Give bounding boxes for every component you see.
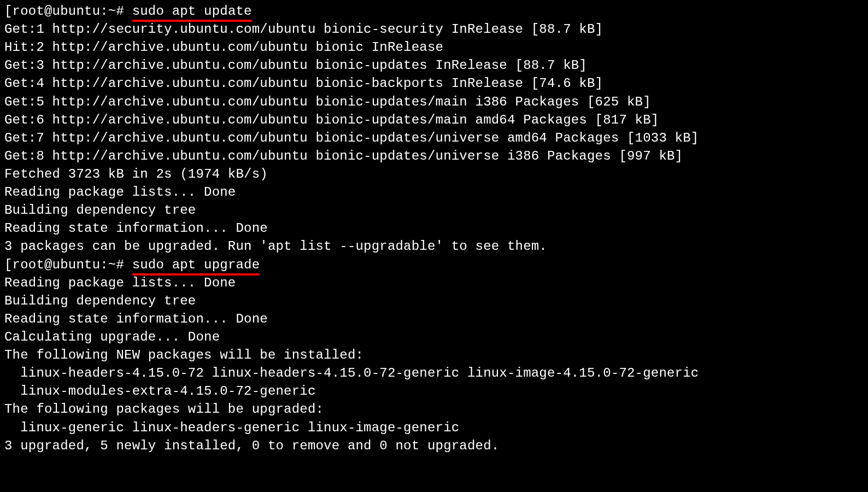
terminal-output-line: The following NEW packages will be insta… <box>4 346 864 364</box>
terminal-output-line: Get:3 http://archive.ubuntu.com/ubuntu b… <box>4 56 864 74</box>
prompt-text-2: root@ubuntu:~# <box>13 257 132 272</box>
terminal-output-line: linux-modules-extra-4.15.0-72-generic <box>4 382 864 400</box>
terminal-output-line: Building dependency tree <box>4 292 864 310</box>
terminal-output-line: Reading package lists... Done <box>4 183 864 201</box>
terminal-output-line: 3 upgraded, 5 newly installed, 0 to remo… <box>4 437 864 455</box>
terminal-output-line: Get:1 http://security.ubuntu.com/ubuntu … <box>4 20 864 38</box>
terminal-output-line: Fetched 3723 kB in 2s (1974 kB/s) <box>4 165 864 183</box>
terminal-output-line: linux-headers-4.15.0-72 linux-headers-4.… <box>4 364 864 382</box>
terminal-output-line: Reading state information... Done <box>4 310 864 328</box>
terminal-output-line: Get:5 http://archive.ubuntu.com/ubuntu b… <box>4 93 864 111</box>
prompt-text-1: root@ubuntu:~# <box>13 4 132 19</box>
terminal-output-line: linux-generic linux-headers-generic linu… <box>4 419 864 437</box>
terminal-output-line: Building dependency tree <box>4 201 864 219</box>
terminal-output-line: 3 packages can be upgraded. Run 'apt lis… <box>4 237 864 255</box>
terminal-output-line: The following packages will be upgraded: <box>4 400 864 418</box>
command-1: sudo apt update <box>132 2 252 20</box>
terminal-output-line: Get:8 http://archive.ubuntu.com/ubuntu b… <box>4 147 864 165</box>
terminal-output-line: Hit:2 http://archive.ubuntu.com/ubuntu b… <box>4 38 864 56</box>
terminal-prompt-line-2[interactable]: [root@ubuntu:~# sudo apt upgrade <box>4 256 864 274</box>
command-1-text: sudo apt update <box>132 4 252 19</box>
terminal-prompt-line-1[interactable]: [root@ubuntu:~# sudo apt update <box>4 2 864 20</box>
command-2: sudo apt upgrade <box>132 256 260 274</box>
terminal-output-line: Reading state information... Done <box>4 219 864 237</box>
terminal-output-line: Get:6 http://archive.ubuntu.com/ubuntu b… <box>4 111 864 129</box>
command-2-text: sudo apt upgrade <box>132 257 260 272</box>
terminal-output-line: Get:4 http://archive.ubuntu.com/ubuntu b… <box>4 74 864 92</box>
terminal-output-line: Calculating upgrade... Done <box>4 328 864 346</box>
terminal-output-line: Reading package lists... Done <box>4 274 864 292</box>
prompt-bracket: [ <box>4 257 13 272</box>
terminal-output-line: Get:7 http://archive.ubuntu.com/ubuntu b… <box>4 129 864 147</box>
prompt-bracket: [ <box>4 4 13 19</box>
